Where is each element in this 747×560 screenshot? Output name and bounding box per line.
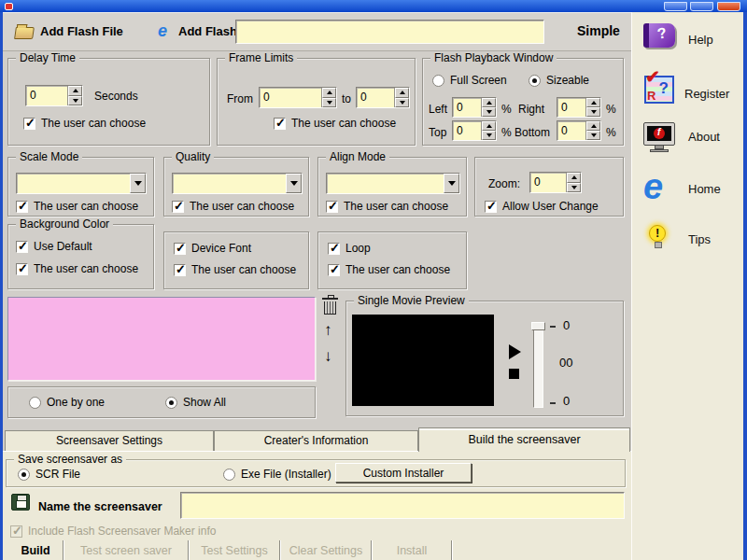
ie-e-icon: e <box>158 22 167 39</box>
move-down-icon[interactable]: ↓ <box>324 349 332 364</box>
scale-user-choose-checkbox[interactable] <box>16 201 28 213</box>
scale-mode-dropdown[interactable] <box>16 173 147 194</box>
movie-list[interactable] <box>7 297 316 381</box>
spin-down-icon[interactable] <box>395 98 409 108</box>
delay-seconds-spinner[interactable]: 0 <box>25 85 83 106</box>
right-percent-spinner[interactable]: 0 <box>557 97 601 118</box>
add-flash-file-button[interactable]: Add Flash File <box>40 24 123 38</box>
spin-up-icon[interactable] <box>586 121 600 131</box>
monitor-base <box>650 149 669 152</box>
left-percent-spinner[interactable]: 0 <box>452 97 497 118</box>
spin-up-icon[interactable] <box>482 98 496 107</box>
frame-user-choose-checkbox[interactable] <box>274 118 286 130</box>
frame-to-spinner[interactable]: 0 <box>356 87 410 108</box>
about-monitor-icon[interactable] <box>643 122 675 146</box>
clear-settings-button[interactable]: Clear Settings <box>281 540 371 560</box>
scr-file-radio[interactable] <box>18 469 30 481</box>
spin-down-icon[interactable] <box>482 107 496 117</box>
bottom-percent-spinner[interactable]: 0 <box>557 120 601 141</box>
dropdown-arrow-icon[interactable] <box>286 174 302 193</box>
volume-slider[interactable] <box>533 322 543 408</box>
ie-e-icon[interactable]: e <box>643 169 663 204</box>
playback-window-group: Flash Playback Window Full Screen Sizeab… <box>422 58 624 146</box>
show-all-radio[interactable] <box>165 397 177 409</box>
play-icon[interactable] <box>509 344 529 359</box>
mode-label: Simple <box>577 23 620 38</box>
align-mode-dropdown[interactable] <box>326 173 460 194</box>
align-user-choose-row: The user can choose <box>326 200 448 213</box>
maximize-button[interactable] <box>690 2 713 11</box>
sidebar-item-help[interactable]: Help <box>688 33 713 47</box>
minimize-button[interactable] <box>664 2 687 11</box>
zoom-allow-checkbox[interactable] <box>485 201 497 213</box>
display-mode-panel: One by one Show All <box>7 386 316 418</box>
custom-installer-button[interactable]: Custom Installer <box>335 463 472 483</box>
percent-sign: % <box>501 103 512 116</box>
spin-down-icon[interactable] <box>586 131 600 140</box>
delay-time-group-title: Delay Time <box>16 51 79 64</box>
dropdown-arrow-icon[interactable] <box>130 174 146 193</box>
close-button[interactable] <box>717 2 740 11</box>
align-user-choose-checkbox[interactable] <box>326 201 338 213</box>
flash-url-input[interactable] <box>235 20 544 44</box>
one-by-one-row: One by one <box>29 396 105 409</box>
frame-user-choose-row: The user can choose <box>274 117 396 130</box>
spin-up-icon[interactable] <box>395 88 409 98</box>
title-bar[interactable] <box>0 0 747 12</box>
sidebar-item-about[interactable]: About <box>688 130 720 144</box>
stop-icon[interactable] <box>509 369 519 379</box>
spin-down-icon[interactable] <box>68 96 82 106</box>
install-button[interactable]: Install <box>373 540 451 560</box>
flash-logo-icon <box>654 128 665 139</box>
delay-user-choose-row: The user can choose <box>23 117 146 130</box>
tab-screensaver-settings[interactable]: Screensaver Settings <box>5 430 214 452</box>
zoom-allow-row: Allow User Change <box>485 200 599 213</box>
build-button[interactable]: Build <box>8 540 63 560</box>
tips-lightbulb-icon[interactable] <box>649 225 666 242</box>
quality-user-choose-checkbox[interactable] <box>172 201 184 213</box>
spin-down-icon[interactable] <box>586 107 600 117</box>
dropdown-arrow-icon[interactable] <box>444 174 459 193</box>
spin-down-icon[interactable] <box>567 183 581 193</box>
include-info-checkbox[interactable] <box>10 525 22 538</box>
loop-user-choose-checkbox[interactable] <box>328 264 340 276</box>
device-font-user-choose-checkbox[interactable] <box>174 264 186 276</box>
tick-mark <box>550 402 556 404</box>
volume-slider-thumb[interactable] <box>531 322 545 330</box>
spin-up-icon[interactable] <box>586 98 600 107</box>
spin-up-icon[interactable] <box>68 86 82 96</box>
frame-to-value: 0 <box>357 88 394 107</box>
move-up-icon[interactable]: ↑ <box>324 323 332 338</box>
one-by-one-radio[interactable] <box>29 397 41 409</box>
delay-user-choose-checkbox[interactable] <box>23 118 35 130</box>
quality-dropdown[interactable] <box>172 173 303 194</box>
loop-checkbox[interactable] <box>328 243 340 255</box>
sidebar-item-home[interactable]: Home <box>688 182 721 196</box>
test-screen-saver-button[interactable]: Test screen saver <box>64 540 188 560</box>
exe-file-radio[interactable] <box>223 469 235 481</box>
full-screen-radio[interactable] <box>432 75 444 87</box>
bg-user-choose-checkbox[interactable] <box>16 263 28 275</box>
zoom-spinner[interactable]: 0 <box>529 172 582 193</box>
help-book-icon[interactable] <box>643 23 675 48</box>
screensaver-name-input[interactable] <box>180 492 625 519</box>
spin-up-icon[interactable] <box>567 173 581 183</box>
device-font-checkbox[interactable] <box>174 243 186 255</box>
scale-user-choose-row: The user can choose <box>16 200 138 213</box>
sizeable-radio[interactable] <box>529 75 541 87</box>
frame-from-spinner[interactable]: 0 <box>259 87 337 108</box>
spin-down-icon[interactable] <box>322 98 336 108</box>
sidebar-item-register[interactable]: Register <box>684 87 729 101</box>
tab-creaters-information[interactable]: Creater's Information <box>214 430 418 452</box>
delete-movie-trash-icon[interactable] <box>324 301 336 315</box>
use-default-label: Use Default <box>34 240 92 253</box>
use-default-checkbox[interactable] <box>16 241 28 253</box>
test-settings-button[interactable]: Test Settings <box>190 540 279 560</box>
spin-down-icon[interactable] <box>482 131 496 140</box>
top-percent-spinner[interactable]: 0 <box>452 120 497 141</box>
playback-window-group-title: Flash Playback Window <box>430 51 557 64</box>
spin-up-icon[interactable] <box>322 88 336 98</box>
sidebar-item-tips[interactable]: Tips <box>688 232 711 246</box>
tab-build-the-screensaver[interactable]: Build the screensaver <box>418 427 630 452</box>
spin-up-icon[interactable] <box>482 121 496 131</box>
